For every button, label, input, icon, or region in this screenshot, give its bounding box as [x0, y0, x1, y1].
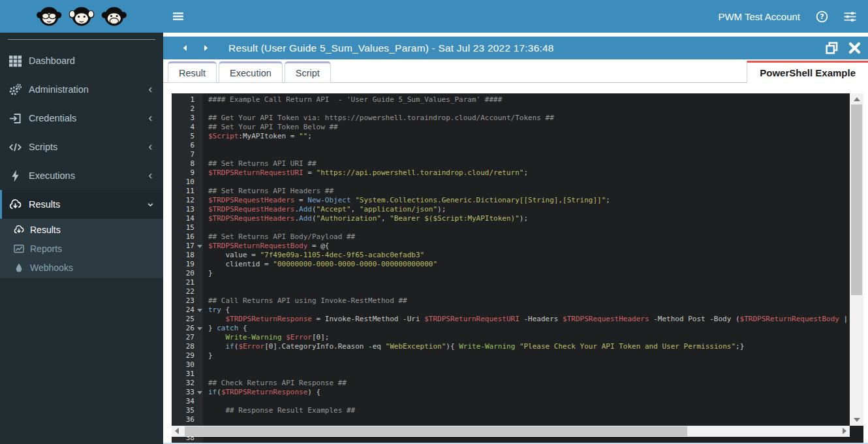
horizontal-scrollbar[interactable]: [172, 426, 850, 437]
line-number: 35: [172, 406, 203, 415]
code-line: 24try {: [172, 306, 850, 315]
code-line: 15: [172, 223, 850, 232]
code-text: [203, 360, 208, 370]
sidebar-subitem-results[interactable]: Results: [0, 220, 163, 239]
hamburger-icon[interactable]: [172, 11, 184, 22]
tab-bar: ResultExecutionScript PowerShell Example: [163, 61, 868, 83]
code-text: }: [203, 269, 213, 278]
scroll-up-icon[interactable]: [854, 97, 860, 101]
sidebar-subitem-webhooks[interactable]: Webhooks: [0, 258, 163, 277]
code-text: [203, 287, 208, 296]
sidebar-divider: [8, 39, 155, 40]
tab-powershell-example[interactable]: PowerShell Example: [747, 61, 868, 83]
vertical-scrollbar[interactable]: [850, 93, 863, 426]
code-text: clientid = "00000000-0000-0000-0000-0000…: [203, 260, 437, 269]
line-number: 12: [172, 196, 203, 205]
help-icon[interactable]: ?: [816, 10, 828, 23]
sidebar: DashboardAdministrationCredentialsScript…: [0, 33, 163, 444]
account-menu[interactable]: PWM Test Account: [718, 11, 800, 22]
line-number: 7: [172, 150, 203, 159]
sidebar-item-scripts[interactable]: Scripts: [0, 133, 163, 161]
code-line: 30: [172, 360, 850, 370]
sidebar-item-label: Executions: [29, 170, 75, 181]
line-number: 27: [172, 333, 203, 342]
line-number: 32: [172, 379, 203, 388]
editor-content[interactable]: 1#### Example Call Return API - 'User Gu…: [172, 95, 850, 443]
top-navbar: PWM Test Account ?: [163, 0, 868, 33]
code-line: 11## Set Returns API Headers ##: [172, 187, 850, 196]
code-text: try {: [203, 306, 230, 315]
code-line: 23## Call Returns API using Invoke-RestM…: [172, 296, 850, 306]
code-line: 35 ## Response Result Examples ##: [172, 406, 850, 415]
fold-marker-icon[interactable]: [197, 391, 202, 394]
vertical-scroll-thumb[interactable]: [851, 104, 862, 295]
fold-marker-icon[interactable]: [197, 245, 202, 248]
fold-marker-icon[interactable]: [197, 327, 202, 330]
sliders-icon[interactable]: [844, 10, 856, 23]
code-line: 29}: [172, 351, 850, 360]
code-text: [203, 178, 208, 187]
sidebar-menu: DashboardAdministrationCredentialsScript…: [0, 46, 163, 278]
line-number: 36: [172, 415, 203, 424]
sidebar-item-label: Credentials: [29, 113, 76, 123]
bolt-icon: [9, 170, 22, 182]
code-text: [203, 278, 208, 287]
code-text: value = "7f49e09a-1105-4dec-9f65-acabc0e…: [203, 251, 424, 260]
caret-right-icon[interactable]: [202, 43, 210, 53]
code-line: 1#### Example Call Return API - 'User Gu…: [172, 95, 850, 104]
line-number: 21: [172, 278, 203, 287]
grid-icon: [9, 55, 22, 67]
code-line: 22: [172, 287, 850, 296]
code-editor[interactable]: 1#### Example Call Return API - 'User Gu…: [172, 93, 863, 443]
code-line: 10: [172, 178, 850, 187]
code-line: 12$TRDPSRequestHeaders = New-Object "Sys…: [172, 196, 850, 205]
line-number: 9: [172, 168, 203, 178]
code-text: [203, 370, 208, 379]
code-line: 8## Set Returns API URI ##: [172, 159, 850, 168]
line-number: 28: [172, 342, 203, 351]
line-number: 1: [172, 95, 203, 104]
code-text: ## Response Result Examples ##: [203, 406, 355, 415]
caret-left-icon[interactable]: [181, 43, 189, 53]
scroll-right-icon[interactable]: [843, 428, 846, 434]
sidebar-item-dashboard[interactable]: Dashboard: [0, 46, 163, 75]
sidebar-item-executions[interactable]: Executions: [0, 161, 163, 190]
droplet-icon: [14, 262, 24, 273]
code-line: 36: [172, 415, 850, 424]
chart-line-icon: [14, 244, 24, 254]
sidebar-item-results[interactable]: Results: [0, 190, 163, 219]
scroll-down-icon[interactable]: [854, 418, 860, 422]
tab-script[interactable]: Script: [285, 61, 331, 83]
restore-icon[interactable]: [825, 41, 839, 55]
sidebar-submenu: ResultsReportsWebhooks: [0, 219, 163, 278]
code-line: 20}: [172, 269, 850, 278]
code-line: 17$TRDPSReturnRequestBody = @{: [172, 242, 850, 251]
code-text: $TRDPSRequestHeaders = New-Object "Syste…: [203, 196, 610, 205]
sidebar-item-administration[interactable]: Administration: [0, 75, 163, 104]
tab-execution[interactable]: Execution: [219, 61, 283, 83]
line-number: 29: [172, 351, 203, 360]
fold-marker-icon[interactable]: [197, 309, 202, 312]
code-text: ## Set Returns API Headers ##: [203, 187, 333, 196]
app-logo[interactable]: [0, 0, 163, 33]
code-text: ## Check Returns API Response ##: [203, 379, 347, 388]
cloud-download-icon: [9, 198, 22, 211]
cloud-download-icon: [14, 225, 24, 235]
scroll-left-icon[interactable]: [175, 428, 179, 434]
code-text: }: [203, 351, 213, 360]
horizontal-scroll-thumb[interactable]: [185, 426, 687, 436]
sidebar-subitem-reports[interactable]: Reports: [0, 239, 163, 258]
line-number: 22: [172, 287, 203, 296]
code-line: 25 $TRDPSReturnResponse = Invoke-RestMet…: [172, 315, 850, 324]
code-text: ## Call Returns API using Invoke-RestMet…: [203, 296, 407, 306]
code-text: [203, 223, 208, 232]
code-line: 21: [172, 278, 850, 287]
code-text: ## Set Returns API URI ##: [203, 159, 317, 168]
tab-result[interactable]: Result: [168, 61, 217, 83]
code-line: 34: [172, 397, 850, 406]
code-line: 6: [172, 141, 850, 150]
sidebar-item-credentials[interactable]: Credentials: [0, 104, 163, 133]
close-icon[interactable]: [848, 41, 861, 55]
code-line: 3## Get Your API Token via: https://powe…: [172, 114, 850, 123]
code-text: ## Set Your API Token Below ##: [203, 123, 338, 132]
